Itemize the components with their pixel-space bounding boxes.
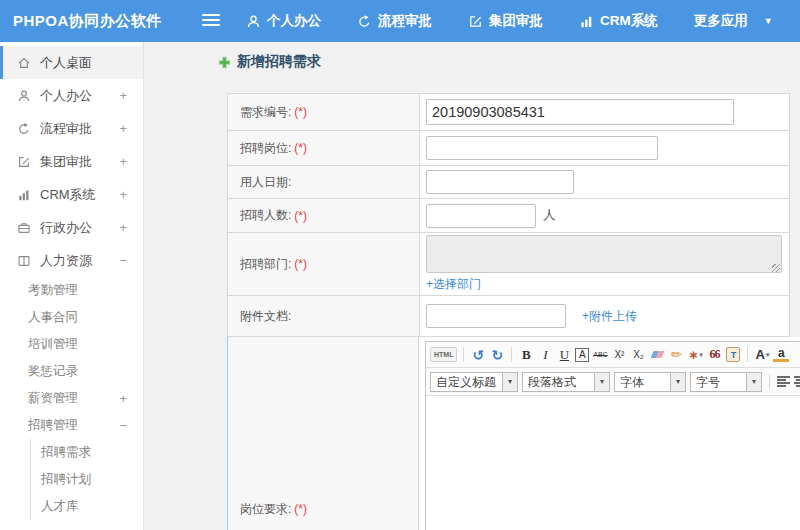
- superscript-button[interactable]: X²: [611, 346, 627, 364]
- redo-button[interactable]: ↻: [489, 346, 505, 364]
- resize-handle-icon[interactable]: [772, 264, 780, 272]
- required-marker: (*): [294, 141, 307, 155]
- caret-down-icon: ▾: [670, 373, 685, 391]
- department-textarea[interactable]: [426, 235, 782, 273]
- html-source-button[interactable]: HTML: [430, 347, 457, 362]
- app-logo[interactable]: PHPOA协同办公软件: [13, 0, 162, 42]
- eraser-icon: [651, 351, 665, 358]
- align-center-icon[interactable]: [794, 376, 800, 387]
- sidebar-item-admin-office[interactable]: 行政办公 +: [0, 211, 143, 244]
- font-style-button[interactable]: A: [575, 348, 589, 362]
- expand-plus-icon[interactable]: +: [119, 88, 127, 103]
- align-left-icon[interactable]: [777, 376, 790, 387]
- required-marker: (*): [294, 502, 307, 516]
- label-text: 岗位要求:: [240, 501, 291, 518]
- font-family-dropdown[interactable]: 字体▾: [614, 372, 686, 392]
- form-row-headcount: 招聘人数:(*) 人: [227, 199, 790, 233]
- sidebar-subitem-salary[interactable]: 薪资管理+: [0, 385, 143, 412]
- label-text: 招聘部门:: [240, 256, 291, 273]
- subscript-button[interactable]: X₂: [630, 346, 646, 364]
- expand-plus-icon[interactable]: +: [119, 154, 127, 169]
- collapse-minus-icon[interactable]: −: [119, 253, 127, 268]
- recruitment-request-form: 需求编号:(*) 招聘岗位:(*) 用人日期: 招聘人数:(*) 人 招聘部门:…: [227, 93, 790, 530]
- font-color-button[interactable]: A▾: [754, 346, 770, 364]
- eraser-button[interactable]: [649, 346, 665, 364]
- sidebar-subitem-attendance[interactable]: 考勤管理: [0, 277, 143, 304]
- subitem-label: 人事合同: [28, 310, 78, 324]
- font-size-dropdown[interactable]: 字号▾: [690, 372, 762, 392]
- sidebar-item-personal-desktop[interactable]: 个人桌面: [0, 46, 143, 79]
- undo-button[interactable]: ↺: [470, 346, 486, 364]
- sidebar-subitem-recruitment[interactable]: 招聘管理−: [0, 412, 143, 439]
- nav-more-apps[interactable]: 更多应用 ▼: [694, 12, 773, 30]
- spray-icon: ∗: [688, 348, 698, 362]
- field-label: 需求编号:(*): [228, 94, 420, 130]
- highlight-color-button[interactable]: a: [773, 347, 789, 362]
- font-color-label: A: [756, 347, 765, 362]
- position-input[interactable]: [426, 136, 658, 160]
- form-row-attachment: 附件文档: +附件上传: [227, 296, 790, 337]
- sidebar-subitem-hr-contract[interactable]: 人事合同: [0, 304, 143, 331]
- italic-button[interactable]: I: [537, 346, 553, 364]
- flow-icon: [357, 14, 372, 29]
- sidebar-subitem-recruit-plan[interactable]: 招聘计划: [31, 466, 143, 493]
- form-row-position: 招聘岗位:(*): [227, 131, 790, 166]
- field-label: 附件文档:: [228, 296, 420, 336]
- rich-text-editor: HTML ↺ ↻ B I U A ABC X² X₂ ✏: [425, 341, 800, 530]
- sidebar-subitem-training[interactable]: 培训管理: [0, 331, 143, 358]
- label-text: 附件文档:: [240, 308, 291, 325]
- nav-group-approval[interactable]: 集团审批: [468, 12, 543, 30]
- sidebar-subitem-recruit-request[interactable]: 招聘需求: [31, 439, 143, 466]
- expand-plus-icon[interactable]: +: [119, 121, 127, 136]
- sidebar-item-label: 行政办公: [40, 219, 92, 237]
- hire-date-input[interactable]: [426, 170, 574, 194]
- chart-icon: [17, 188, 31, 202]
- underline-button[interactable]: U: [556, 346, 572, 364]
- hamburger-menu-icon[interactable]: [202, 14, 220, 29]
- paste-text-button[interactable]: T: [725, 346, 741, 364]
- collapse-minus-icon[interactable]: −: [119, 412, 127, 439]
- upload-attachment-link[interactable]: +附件上传: [582, 308, 637, 325]
- subitem-label: 招聘需求: [41, 445, 91, 459]
- sidebar-subitem-rewards[interactable]: 奖惩记录: [0, 358, 143, 385]
- attachment-input[interactable]: [426, 304, 566, 328]
- sidebar-item-human-resources[interactable]: 人力资源 −: [0, 244, 143, 277]
- editor-toolbar-row1: HTML ↺ ↻ B I U A ABC X² X₂ ✏: [426, 342, 800, 368]
- expand-plus-icon[interactable]: +: [119, 385, 127, 412]
- custom-title-dropdown[interactable]: 自定义标题▾: [430, 372, 518, 392]
- expand-plus-icon[interactable]: +: [119, 220, 127, 235]
- add-plus-icon: [218, 56, 231, 69]
- toolbar-separator: [769, 374, 770, 389]
- clear-format-button[interactable]: ∗▾: [687, 346, 703, 364]
- nav-label: CRM系统: [600, 12, 658, 30]
- form-row-request-number: 需求编号:(*): [227, 94, 790, 131]
- format-brush-button[interactable]: ✏: [668, 346, 684, 364]
- person-icon: [246, 14, 261, 29]
- sidebar-item-workflow-approval[interactable]: 流程审批 +: [0, 112, 143, 145]
- nav-workflow-approval[interactable]: 流程审批: [357, 12, 432, 30]
- sidebar-item-label: 集团审批: [40, 153, 92, 171]
- editor-toolbar-row2: 自定义标题▾ 段落格式▾ 字体▾ 字号▾: [426, 368, 800, 396]
- blockquote-button[interactable]: 66: [706, 346, 722, 364]
- request-number-input[interactable]: [426, 99, 734, 125]
- editor-content-area[interactable]: [426, 396, 800, 530]
- dropdown-label: 字号: [691, 373, 725, 391]
- edit-icon: [468, 14, 483, 29]
- strikethrough-button[interactable]: ABC: [592, 346, 608, 364]
- sidebar-item-crm-system[interactable]: CRM系统 +: [0, 178, 143, 211]
- expand-plus-icon[interactable]: +: [119, 187, 127, 202]
- sidebar-subitem-talent-pool[interactable]: 人才库: [31, 493, 143, 520]
- form-row-department: 招聘部门:(*) +选择部门: [227, 233, 790, 296]
- subitem-label: 招聘计划: [41, 472, 91, 486]
- nav-crm-system[interactable]: CRM系统: [579, 12, 658, 30]
- home-icon: [17, 56, 31, 70]
- recruitment-submenu: 招聘需求 招聘计划 人才库: [30, 439, 143, 520]
- headcount-input[interactable]: [426, 204, 536, 228]
- sidebar-item-label: 人力资源: [40, 252, 92, 270]
- paragraph-format-dropdown[interactable]: 段落格式▾: [522, 372, 610, 392]
- select-department-link[interactable]: +选择部门: [426, 276, 481, 293]
- sidebar-item-group-approval[interactable]: 集团审批 +: [0, 145, 143, 178]
- bold-button[interactable]: B: [518, 346, 534, 364]
- nav-personal-office[interactable]: 个人办公: [246, 12, 321, 30]
- sidebar-item-personal-office[interactable]: 个人办公 +: [0, 79, 143, 112]
